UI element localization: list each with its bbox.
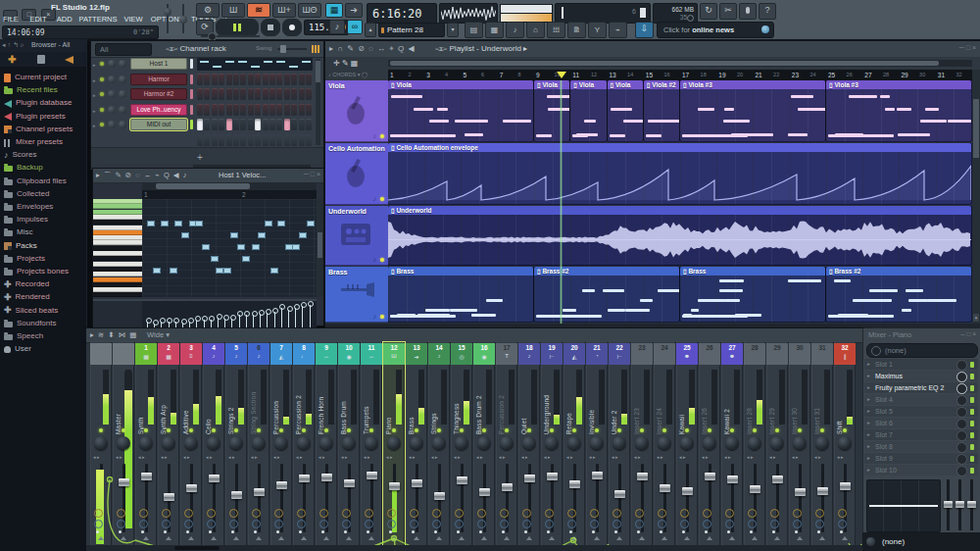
channel-enable-light[interactable] bbox=[190, 59, 193, 69]
mixer-strip-french-horn[interactable]: 9∽French Horn◂ ▸ bbox=[316, 342, 337, 545]
mixer-panel-window-buttons[interactable]: ─ □ × bbox=[960, 330, 976, 337]
strip-eq-knob[interactable] bbox=[793, 509, 802, 518]
strip-route-arrow[interactable] bbox=[481, 536, 487, 540]
strip-route-arrow[interactable] bbox=[549, 536, 555, 540]
mixer-strip-insert-30[interactable]: 30Insert 30◂ ▸ bbox=[789, 342, 810, 545]
strip-eq-knob[interactable] bbox=[658, 509, 666, 518]
strip-header[interactable]: 16◉ bbox=[473, 343, 495, 365]
strip-sep-icons[interactable]: ◂ ▸ bbox=[93, 454, 99, 460]
menu-view[interactable]: VIEW bbox=[123, 15, 142, 24]
clip-brass[interactable]: ▯ Brass bbox=[388, 267, 533, 322]
strip-sep-icons[interactable]: ◂ ▸ bbox=[544, 454, 550, 460]
fx-slot-4[interactable]: ▸Slot 4 bbox=[864, 394, 978, 405]
strip-sep-icons[interactable]: ◂ ▸ bbox=[138, 454, 144, 460]
channel-mute-led[interactable] bbox=[100, 62, 104, 66]
clip-viola-3[interactable]: ▯ Viola #3 bbox=[680, 80, 825, 141]
strip-fader-handle[interactable] bbox=[164, 493, 174, 501]
strip-pan-knob[interactable] bbox=[229, 436, 243, 450]
strip-send-knob[interactable] bbox=[725, 520, 734, 528]
piano-roll-tool-icons[interactable]: ▸ ⌒ ✎ ⊘ ◌ ↔ ⌁ Q ◀ ♪ bbox=[96, 171, 187, 180]
velocity-head[interactable] bbox=[252, 311, 258, 317]
step-cell[interactable] bbox=[233, 119, 239, 130]
strip-sep-icons[interactable]: ◂ ▸ bbox=[273, 454, 279, 460]
strip-pan-knob[interactable] bbox=[545, 436, 559, 450]
step-cell[interactable] bbox=[299, 88, 305, 100]
view-icon-7[interactable]: ⌁ bbox=[609, 22, 627, 38]
midi-note[interactable] bbox=[252, 244, 260, 250]
mixer-strip-synth[interactable]: 1▦Synth◂ ▸ bbox=[135, 342, 157, 545]
strip-sep-icons[interactable]: ◂ ▸ bbox=[521, 454, 527, 460]
velocity-head[interactable] bbox=[223, 315, 229, 321]
mixer-strip-kawaii-2[interactable]: 27☻Kawaii 2◂ ▸ bbox=[721, 342, 743, 545]
strip-header[interactable]: 23 bbox=[631, 343, 653, 365]
audio-input-row[interactable]: (none) bbox=[862, 532, 980, 551]
rack-vscrollbar[interactable] bbox=[316, 59, 320, 145]
strip-pan-knob[interactable] bbox=[590, 436, 604, 450]
channel-enable-light[interactable] bbox=[190, 120, 193, 129]
strip-fader-handle[interactable] bbox=[637, 473, 648, 480]
strip-eq-knob[interactable] bbox=[184, 509, 193, 518]
strip-route-arrow[interactable] bbox=[391, 536, 397, 540]
track-mini-icon[interactable]: ♪ bbox=[373, 132, 377, 139]
countdown-toggle[interactable]: Ш+ bbox=[272, 3, 296, 18]
strip-header[interactable]: 25☻ bbox=[676, 343, 698, 365]
strip-header[interactable]: 28 bbox=[744, 343, 765, 365]
track-header-underworld[interactable]: Underworld♪ bbox=[325, 206, 388, 266]
clip-cello-automation-envelope[interactable]: ▯ Cello Automation envelope bbox=[388, 143, 971, 204]
strip-send-knob[interactable] bbox=[184, 520, 193, 528]
piano-key[interactable] bbox=[93, 225, 142, 230]
strip-header[interactable]: 9∽ bbox=[316, 343, 337, 365]
strip-send-knob[interactable] bbox=[545, 520, 554, 528]
strip-send-knob[interactable] bbox=[838, 520, 847, 528]
strip-send-knob[interactable] bbox=[635, 520, 644, 528]
browser-item-scores[interactable]: ♪Scores bbox=[0, 148, 86, 161]
strip-fader-handle[interactable] bbox=[547, 473, 558, 480]
strip-fader-handle[interactable] bbox=[299, 475, 310, 482]
mixer-strip-strip-0[interactable]: ◂ ▸ bbox=[90, 342, 112, 545]
channel-volume-knob[interactable] bbox=[119, 90, 126, 98]
view-icon-2[interactable]: ♪ bbox=[506, 22, 524, 38]
metronome-toggle-active[interactable]: ≋ bbox=[247, 3, 270, 18]
strip-route-arrow[interactable] bbox=[842, 536, 848, 540]
velocity-head[interactable] bbox=[230, 315, 236, 321]
browser-item-rendered[interactable]: ✚Rendered bbox=[0, 290, 86, 303]
slot-mix-knob[interactable] bbox=[956, 383, 967, 394]
step-cell[interactable] bbox=[263, 74, 269, 85]
strip-header[interactable]: 20◭ bbox=[564, 343, 585, 365]
strip-fader-handle[interactable] bbox=[479, 488, 490, 496]
strip-send-knob[interactable] bbox=[387, 520, 396, 528]
strip-eq-knob[interactable] bbox=[319, 509, 328, 518]
help-button[interactable]: ? bbox=[759, 3, 776, 20]
velocity-stem[interactable] bbox=[295, 308, 296, 327]
fx-search-box[interactable]: (none) bbox=[866, 343, 978, 358]
midi-note[interactable] bbox=[230, 232, 238, 238]
channel-button[interactable]: Love Ph..uency bbox=[130, 104, 187, 116]
browser-item-mixer-presets[interactable]: Mixer presets bbox=[0, 135, 86, 148]
fx-slot-10[interactable]: ▸Slot 10 bbox=[864, 465, 978, 476]
piano-key[interactable] bbox=[93, 246, 142, 251]
strip-send-knob[interactable] bbox=[365, 520, 373, 528]
velocity-head[interactable] bbox=[160, 318, 166, 324]
step-cell[interactable] bbox=[226, 134, 232, 146]
strip-send-knob[interactable] bbox=[274, 520, 283, 528]
browser-item-backup[interactable]: Backup bbox=[0, 161, 86, 174]
strip-eq-knob[interactable] bbox=[207, 509, 216, 518]
eq-fader-handle[interactable] bbox=[956, 501, 964, 508]
strip-header[interactable]: 6♪ bbox=[248, 343, 270, 365]
strip-header[interactable]: 15◎ bbox=[451, 343, 472, 365]
midi-note[interactable] bbox=[237, 244, 245, 250]
strip-pan-knob[interactable] bbox=[274, 436, 288, 450]
browser-tab-plugin-icon[interactable] bbox=[65, 56, 74, 64]
pattern-prev-button[interactable]: ▴ bbox=[365, 23, 376, 37]
strip-fader-handle[interactable] bbox=[141, 473, 152, 480]
mixer-tool-icons[interactable]: ▸ ≋ ⬍ ⋈ ▦ bbox=[90, 330, 137, 339]
play-button[interactable] bbox=[216, 19, 259, 36]
slot-enable-led[interactable] bbox=[970, 444, 974, 450]
strip-mute-led[interactable] bbox=[460, 428, 464, 432]
mixer-strip-insert-29[interactable]: 29Insert 29◂ ▸ bbox=[766, 342, 788, 545]
midi-note[interactable] bbox=[258, 232, 266, 238]
channel-enable-light[interactable] bbox=[190, 89, 193, 99]
velocity-head[interactable] bbox=[294, 304, 300, 310]
strip-pan-knob[interactable] bbox=[432, 436, 446, 450]
master-pitch-knob[interactable] bbox=[179, 16, 187, 24]
